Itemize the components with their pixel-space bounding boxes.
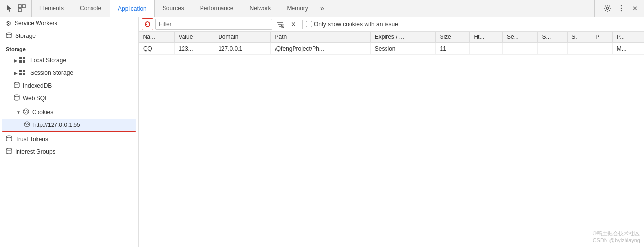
refresh-button[interactable] — [142, 18, 153, 30]
col-sameparty: S. — [568, 32, 591, 43]
sidebar-label-service-workers: Service Workers — [15, 20, 57, 27]
cell-path: /QfengProject/Ph... — [271, 43, 370, 55]
cell-priority — [591, 43, 612, 55]
settings-icon[interactable] — [602, 3, 613, 14]
svg-point-15 — [14, 82, 19, 84]
col-path: Path — [271, 32, 370, 43]
web-sql-icon — [14, 94, 20, 102]
col-domain: Domain — [214, 32, 271, 43]
clear-filter-button[interactable]: ✕ — [288, 18, 299, 30]
col-name: Na... — [139, 32, 175, 43]
col-samesite: S... — [538, 32, 568, 43]
tab-memory[interactable]: Memory — [279, 0, 316, 17]
col-priority: P — [591, 32, 612, 43]
sidebar-item-cookies-url[interactable]: http://127.0.0.1:55 — [2, 119, 136, 131]
cell-domain: 127.0.0.1 — [214, 43, 271, 55]
svg-point-6 — [6, 33, 12, 35]
cell-httponly — [470, 43, 503, 55]
svg-rect-10 — [23, 60, 25, 63]
svg-point-27 — [6, 136, 12, 138]
col-httponly: Ht... — [470, 32, 503, 43]
tab-bar: Elements Console Application Sources Per… — [0, 0, 644, 17]
col-size: Size — [436, 32, 470, 43]
svg-point-3 — [621, 5, 622, 6]
svg-point-22 — [24, 122, 30, 127]
svg-point-17 — [23, 109, 29, 114]
inspect-icon[interactable] — [17, 3, 27, 14]
tab-performance[interactable]: Performance — [192, 0, 242, 17]
svg-rect-14 — [23, 73, 25, 75]
content-toolbar: ✕ Only show cookies with an issue — [139, 17, 644, 32]
svg-rect-7 — [19, 57, 22, 59]
toolbar-divider — [302, 20, 303, 29]
cell-partition-key: M... — [612, 43, 644, 55]
svg-rect-0 — [18, 5, 21, 8]
cell-sameparty — [568, 43, 591, 55]
col-secure: Se... — [503, 32, 538, 43]
svg-rect-9 — [19, 60, 22, 63]
watermark: ©稿土掘会技术社区 CSDN @byizhiayng — [593, 230, 640, 243]
trust-tokens-icon — [6, 135, 12, 143]
cell-secure — [503, 43, 538, 55]
table-header: Na... Value Domain Path Expires / ... Si… — [139, 32, 644, 43]
sidebar-item-web-sql[interactable]: Web SQL — [0, 92, 138, 105]
sidebar-label-indexeddb: IndexedDB — [23, 82, 52, 89]
sidebar-item-storage[interactable]: Storage — [0, 30, 138, 42]
interest-groups-icon — [6, 148, 12, 156]
svg-point-18 — [24, 110, 25, 111]
cell-expires: Session — [370, 43, 436, 55]
table-body: QQ 123... 127.0.0.1 /QfengProject/Ph... … — [139, 43, 644, 55]
tab-bar-actions: ✕ — [594, 0, 644, 17]
close-icon[interactable]: ✕ — [629, 3, 640, 14]
svg-rect-11 — [19, 70, 22, 72]
sidebar-label-session-storage: Session Storage — [30, 70, 73, 76]
svg-point-25 — [26, 124, 27, 125]
sidebar-item-session-storage[interactable]: ▶ Session Storage — [0, 67, 138, 79]
cell-size: 11 — [436, 43, 470, 55]
cursor-icon[interactable] — [4, 3, 15, 14]
sidebar-item-trust-tokens[interactable]: Trust Tokens — [0, 133, 138, 145]
filter-options-icon[interactable] — [274, 18, 286, 30]
svg-point-24 — [27, 123, 28, 124]
sidebar-item-service-workers[interactable]: ⚙ Service Workers — [0, 17, 138, 30]
tab-console[interactable]: Console — [72, 0, 110, 17]
sidebar-item-cookies[interactable]: ▼ Cookies — [2, 106, 136, 119]
only-show-issues-checkbox-label[interactable]: Only show cookies with an issue — [306, 21, 398, 28]
tab-bar-nav-icons — [0, 0, 32, 17]
tab-network[interactable]: Network — [242, 0, 279, 17]
svg-point-16 — [14, 95, 19, 97]
svg-point-26 — [28, 124, 29, 125]
workers-icon: ⚙ — [6, 20, 12, 27]
only-show-issues-checkbox[interactable] — [306, 21, 312, 27]
tab-elements[interactable]: Elements — [32, 0, 72, 17]
filter-input[interactable] — [155, 19, 272, 30]
svg-point-4 — [621, 8, 622, 9]
svg-rect-12 — [23, 70, 25, 72]
local-storage-grid-icon — [19, 57, 27, 64]
svg-point-20 — [25, 112, 26, 113]
tab-application[interactable]: Application — [110, 0, 155, 17]
svg-point-5 — [621, 10, 622, 11]
sidebar-item-local-storage[interactable]: ▶ Local Storage — [0, 54, 138, 67]
svg-rect-8 — [23, 57, 25, 59]
only-show-issues-label: Only show cookies with an issue — [314, 21, 398, 28]
cookies-icon — [23, 108, 29, 116]
tab-sources[interactable]: Sources — [155, 0, 192, 17]
sidebar-label-web-sql: Web SQL — [23, 95, 48, 102]
sidebar-label-interest-groups: Interest Groups — [15, 148, 55, 155]
cookies-data-table: Na... Value Domain Path Expires / ... Si… — [139, 32, 644, 55]
storage-section-label: Storage — [0, 42, 138, 54]
col-value: Value — [174, 32, 214, 43]
more-options-icon[interactable] — [616, 3, 626, 14]
col-expires: Expires / ... — [370, 32, 436, 43]
svg-rect-13 — [19, 73, 22, 75]
more-tabs-button[interactable]: » — [316, 0, 328, 17]
svg-point-23 — [25, 123, 26, 124]
sidebar-item-indexeddb[interactable]: IndexedDB — [0, 79, 138, 92]
cell-name: QQ — [139, 43, 175, 55]
sidebar: ⚙ Service Workers Storage Storage ▶ — [0, 17, 139, 247]
sidebar-item-interest-groups[interactable]: Interest Groups — [0, 145, 138, 158]
session-storage-grid-icon — [19, 70, 27, 77]
table-row[interactable]: QQ 123... 127.0.0.1 /QfengProject/Ph... … — [139, 43, 644, 55]
svg-point-28 — [6, 148, 12, 150]
